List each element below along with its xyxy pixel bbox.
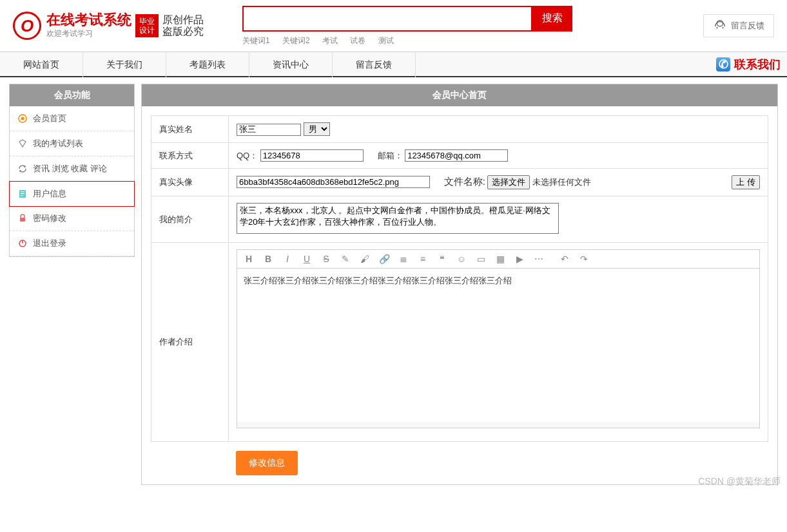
nav-home[interactable]: 网站首页 xyxy=(0,52,83,77)
sidebar-item-exams[interactable]: 我的考试列表 xyxy=(10,131,134,157)
search-keywords: 关键词1 关键词2 考试 试卷 测试 xyxy=(242,35,572,46)
logo[interactable]: O 在线考试系统 欢迎考试学习 毕业设计 原创作品盗版必究 xyxy=(13,12,204,40)
main-title: 会员中心首页 xyxy=(142,84,777,106)
paper-icon xyxy=(17,138,28,149)
contact-us[interactable]: ✆ 联系我们 xyxy=(716,57,781,72)
video-icon[interactable]: ▶ xyxy=(514,254,525,264)
label-realname: 真实姓名 xyxy=(151,116,229,143)
qq-label: QQ： xyxy=(237,151,258,160)
feedback-button[interactable]: 留言反馈 xyxy=(703,14,774,37)
undo-icon[interactable]: ↶ xyxy=(559,254,570,264)
avatar-input[interactable] xyxy=(237,176,430,188)
image-icon[interactable]: ▭ xyxy=(476,254,486,264)
badge-original: 原创作品盗版必究 xyxy=(162,14,204,37)
author-intro-editor[interactable]: 张三介绍张三介绍张三介绍张三介绍张三介绍张三介绍张三介绍张三介绍 xyxy=(237,268,760,423)
filename-label: 文件名称: xyxy=(444,176,485,187)
sidebar-item-userinfo[interactable]: 用户信息 xyxy=(9,181,135,207)
highlighter-icon[interactable]: ✎ xyxy=(340,254,351,264)
site-subtitle: 欢迎考试学习 xyxy=(46,28,131,39)
upload-button[interactable]: 上 传 xyxy=(732,175,760,189)
sidebar-item-logout[interactable]: 退出登录 xyxy=(10,231,134,256)
watermark: CSDN @黄菊华老师 xyxy=(698,476,781,488)
sidebar-title: 会员功能 xyxy=(10,84,134,106)
gender-select[interactable]: 男 xyxy=(304,122,330,136)
qq-input[interactable] xyxy=(260,149,364,162)
list-icon[interactable]: ≣ xyxy=(398,254,409,264)
quote-icon[interactable]: ❝ xyxy=(437,254,447,264)
svg-rect-5 xyxy=(21,193,24,194)
label-contact: 联系方式 xyxy=(151,143,229,169)
svg-rect-6 xyxy=(21,195,23,196)
sidebar-item-news[interactable]: 资讯 浏览 收藏 评论 xyxy=(10,157,134,182)
intro-textarea[interactable] xyxy=(237,203,559,234)
svg-rect-7 xyxy=(20,218,25,222)
bold-icon[interactable]: B xyxy=(263,254,273,264)
choose-file-button[interactable]: 选择文件 xyxy=(487,175,530,189)
keyword-link[interactable]: 考试 xyxy=(322,36,338,45)
italic-icon[interactable]: I xyxy=(282,254,293,264)
email-label: 邮箱： xyxy=(378,151,403,160)
brush-icon[interactable]: 🖌 xyxy=(360,254,370,264)
align-icon[interactable]: ≡ xyxy=(418,254,428,264)
home-icon xyxy=(17,113,28,124)
keyword-link[interactable]: 试卷 xyxy=(350,36,365,45)
nav-news[interactable]: 资讯中心 xyxy=(249,52,333,77)
nav-feedback[interactable]: 留言反馈 xyxy=(333,52,416,77)
keyword-link[interactable]: 测试 xyxy=(378,36,394,45)
strike-icon[interactable]: S xyxy=(321,254,331,264)
no-file-text: 未选择任何文件 xyxy=(532,177,591,187)
label-intro: 我的简介 xyxy=(151,196,229,243)
keyword-link[interactable]: 关键词1 xyxy=(242,36,270,45)
search-button[interactable]: 搜索 xyxy=(532,6,572,32)
site-title: 在线考试系统 xyxy=(46,12,131,28)
heading-icon[interactable]: H xyxy=(244,254,254,264)
table-icon[interactable]: ▦ xyxy=(495,254,505,264)
keyword-link[interactable]: 关键词2 xyxy=(282,36,310,45)
power-icon xyxy=(17,238,28,249)
lock-icon xyxy=(17,213,28,223)
svg-point-2 xyxy=(21,117,24,120)
label-avatar: 真实头像 xyxy=(151,169,229,196)
search-input[interactable] xyxy=(242,6,532,32)
refresh-icon xyxy=(17,164,28,174)
emoji-icon[interactable]: ☺ xyxy=(456,254,467,264)
more-icon[interactable]: ⋯ xyxy=(534,254,544,264)
email-input[interactable] xyxy=(405,149,508,162)
sidebar-item-password[interactable]: 密码修改 xyxy=(10,206,134,231)
headset-icon xyxy=(713,19,727,33)
sidebar-item-home[interactable]: 会员首页 xyxy=(10,106,134,131)
link-icon[interactable]: 🔗 xyxy=(379,254,389,264)
nav-about[interactable]: 关于我们 xyxy=(83,52,166,77)
badge-graduation: 毕业设计 xyxy=(135,14,159,38)
realname-input[interactable] xyxy=(237,124,301,136)
user-icon xyxy=(17,189,28,199)
editor-resize-handle[interactable] xyxy=(237,422,760,428)
phone-icon: ✆ xyxy=(716,57,730,71)
svg-rect-4 xyxy=(21,191,24,192)
underline-icon[interactable]: U xyxy=(302,254,312,264)
submit-button[interactable]: 修改信息 xyxy=(236,451,298,475)
redo-icon[interactable]: ↷ xyxy=(579,254,589,264)
editor-toolbar: H B I U S ✎ 🖌 🔗 ≣ ≡ ❝ ☺ ▭ xyxy=(237,249,760,268)
label-author-intro: 作者介绍 xyxy=(151,243,229,442)
nav-questions[interactable]: 考题列表 xyxy=(166,52,249,77)
